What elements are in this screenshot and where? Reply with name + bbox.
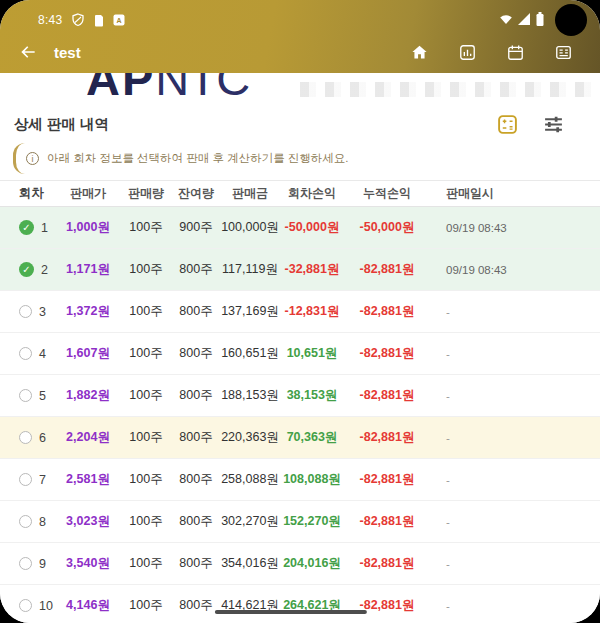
volume-cell: 100주 (120, 345, 172, 362)
price-cell: 4,146원 (56, 597, 120, 614)
table-header-row: 회차판매가판매량잔여량판매금회차손익누적손익판매일시 (0, 180, 600, 207)
cum-pl-cell: -82,881원 (344, 513, 430, 530)
remain-cell: 800주 (172, 597, 220, 614)
radio-icon[interactable] (19, 473, 32, 486)
amount-cell: 354,016원 (220, 555, 280, 572)
gold-header: 8:43 A (0, 0, 600, 73)
sim-file-icon (93, 14, 104, 27)
round-cell: 5 (12, 389, 56, 403)
back-arrow-icon[interactable] (18, 42, 38, 62)
notice-text: 아래 회차 정보를 선택하여 판매 후 계산하기를 진행하세요. (47, 151, 349, 166)
calculator-icon[interactable] (497, 114, 518, 135)
volume-cell: 100주 (120, 513, 172, 530)
radio-icon[interactable] (19, 389, 32, 402)
volume-cell: 100주 (120, 303, 172, 320)
home-icon[interactable] (403, 43, 436, 62)
amount-cell: 160,651원 (220, 345, 280, 362)
round-cell: 6 (12, 431, 56, 445)
datetime-cell: - (430, 474, 600, 486)
radio-icon[interactable] (19, 431, 32, 444)
volume-cell: 100주 (120, 597, 172, 614)
appbar-actions (403, 43, 582, 62)
remain-cell: 800주 (172, 345, 220, 362)
radio-icon[interactable] (19, 515, 32, 528)
remain-cell: 800주 (172, 471, 220, 488)
table-row-6[interactable]: 62,204원100주800주220,363원70,363원-82,881원- (0, 417, 600, 459)
radio-icon[interactable] (19, 347, 32, 360)
remain-cell: 800주 (172, 555, 220, 572)
table-row-8[interactable]: 83,023원100주800주302,270원152,270원-82,881원- (0, 501, 600, 543)
remain-cell: 800주 (172, 303, 220, 320)
round-cell: 4 (12, 347, 56, 361)
gesture-bar[interactable] (215, 610, 367, 614)
amount-cell: 137,169원 (220, 303, 280, 320)
price-cell: 1,000원 (56, 219, 120, 236)
round-number: 8 (39, 515, 46, 529)
cum-pl-cell: -50,000원 (344, 219, 430, 236)
radio-icon[interactable] (19, 599, 32, 612)
round-number: 3 (39, 305, 46, 319)
filter-tune-icon[interactable] (543, 114, 564, 135)
radio-icon[interactable] (19, 557, 32, 570)
calendar-icon[interactable] (499, 43, 532, 62)
round-number: 2 (41, 263, 48, 277)
table-row-1[interactable]: ✓11,000원100주900주100,000원-50,000원-50,000원… (0, 207, 600, 249)
price-cell: 2,204원 (56, 429, 120, 446)
cum-pl-cell: -82,881원 (344, 261, 430, 278)
volume-cell: 100주 (120, 387, 172, 404)
remain-cell: 800주 (172, 513, 220, 530)
round-cell: 10 (12, 599, 56, 613)
status-right-icons (499, 12, 544, 26)
stats-chart-icon[interactable] (451, 43, 484, 62)
round-pl-cell: 108,088원 (280, 471, 344, 488)
volume-cell: 100주 (120, 555, 172, 572)
table-row-2[interactable]: ✓21,171원100주800주117,119원-32,881원-82,881원… (0, 249, 600, 291)
round-pl-cell: 38,153원 (280, 387, 344, 404)
remain-cell: 800주 (172, 261, 220, 278)
check-icon[interactable]: ✓ (19, 220, 34, 235)
apnic-logo: APNIC (86, 73, 257, 102)
cum-pl-cell: -82,881원 (344, 471, 430, 488)
datetime-cell: 09/19 08:43 (430, 222, 600, 234)
table-row-9[interactable]: 93,540원100주800주354,016원204,016원-82,881원- (0, 543, 600, 585)
round-number: 4 (39, 347, 46, 361)
round-cell: 8 (12, 515, 56, 529)
table-row-3[interactable]: 31,372원100주800주137,169원-12,831원-82,881원- (0, 291, 600, 333)
cum-pl-cell: -82,881원 (344, 345, 430, 362)
round-number: 5 (39, 389, 46, 403)
amount-cell: 302,270원 (220, 513, 280, 530)
price-cell: 1,882원 (56, 387, 120, 404)
amount-cell: 220,363원 (220, 429, 280, 446)
app-bar: test (0, 32, 600, 72)
round-pl-cell: 152,270원 (280, 513, 344, 530)
datetime-cell: - (430, 306, 600, 318)
table-row-5[interactable]: 51,882원100주800주188,153원38,153원-82,881원- (0, 375, 600, 417)
radio-icon[interactable] (19, 305, 32, 318)
datetime-cell: - (430, 348, 600, 360)
datetime-cell: - (430, 600, 600, 612)
table-row-4[interactable]: 41,607원100주800주160,651원10,651원-82,881원- (0, 333, 600, 375)
datetime-cell: - (430, 516, 600, 528)
check-icon[interactable]: ✓ (19, 262, 34, 277)
amount-cell: 188,153원 (220, 387, 280, 404)
table-row-7[interactable]: 72,581원100주800주258,088원108,088원-82,881원- (0, 459, 600, 501)
status-left-icons: A (72, 13, 125, 27)
price-cell: 1,171원 (56, 261, 120, 278)
remain-cell: 900주 (172, 219, 220, 236)
summary-card-icon[interactable] (547, 43, 580, 62)
cum-pl-cell: -82,881원 (344, 555, 430, 572)
wifi-icon (499, 13, 513, 25)
column-header-0: 회차 (12, 185, 56, 202)
round-pl-cell: 10,651원 (280, 345, 344, 362)
column-header-4: 판매금 (220, 185, 280, 202)
column-header-2: 판매량 (120, 185, 172, 202)
column-header-1: 판매가 (56, 185, 120, 202)
cum-pl-cell: -82,881원 (344, 387, 430, 404)
price-cell: 1,607원 (56, 345, 120, 362)
table-row-10[interactable]: 104,146원100주800주414,621원264,621원-82,881원… (0, 585, 600, 623)
section-head: 상세 판매 내역 (0, 102, 600, 137)
amount-cell: 100,000원 (220, 219, 280, 236)
table-body: ✓11,000원100주900주100,000원-50,000원-50,000원… (0, 207, 600, 623)
sales-table: 회차판매가판매량잔여량판매금회차손익누적손익판매일시 ✓11,000원100주9… (0, 180, 600, 623)
section-icons (497, 114, 586, 135)
